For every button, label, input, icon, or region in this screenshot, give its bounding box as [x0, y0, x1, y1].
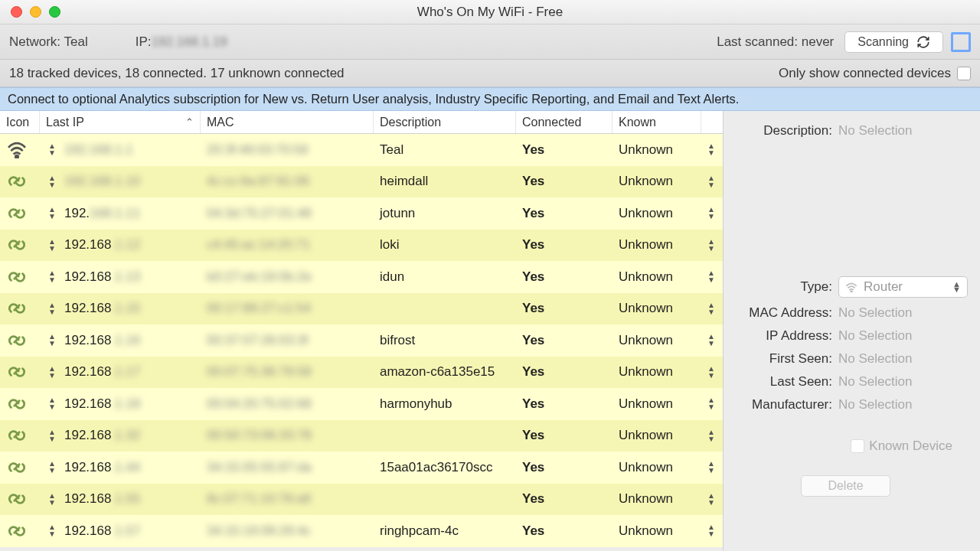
table-row[interactable]: ▲▼192.168.1.120:3f:48:03:70:58TealYesUnk…	[0, 134, 723, 166]
mac-cell: 00:07:75:36:78:58	[201, 357, 374, 389]
table-row[interactable]: ▲▼192.168.1.4434:15:05:55:87:da15aa01ac3…	[0, 452, 723, 484]
connected-cell: Yes	[516, 515, 612, 547]
stepper-icon[interactable]: ▲▼	[48, 143, 56, 156]
ip-cell: 192.168.1.13	[58, 261, 201, 293]
description-cell: ringhpcam-4c	[374, 515, 516, 547]
known-cell: Unknown	[612, 324, 701, 357]
table-row[interactable]: ▲▼192.168.1.1500:17:88:27:c1:54YesUnknow…	[0, 293, 723, 325]
column-connected[interactable]: Connected	[516, 111, 612, 133]
scan-button[interactable]: Scanning	[844, 31, 943, 53]
connected-cell: Yes	[516, 293, 612, 325]
stepper-icon[interactable]: ▲▼	[707, 461, 715, 474]
device-icon-cell	[0, 261, 40, 293]
delete-button[interactable]: Delete	[801, 475, 890, 497]
stepper-icon[interactable]: ▲▼	[48, 429, 56, 442]
connected-cell: Yes	[516, 134, 612, 166]
table-row[interactable]: ▲▼192.168.1.1700:07:75:36:78:58amazon-c6…	[0, 357, 723, 389]
mac-cell: 04:3d:75:27:01:48	[201, 197, 374, 230]
table-row[interactable]: ▲▼192.168.1.5734:15:18:09:28:4cringhpcam…	[0, 515, 723, 547]
table-row[interactable]: ▲▼192.168.1.1104:3d:75:27:01:48jotunnYes…	[0, 197, 723, 230]
table-row[interactable]: ▲▼192.168.1.12c4:45:ac:14:20:71lokiYesUn…	[0, 230, 723, 262]
column-icon[interactable]: Icon	[0, 111, 40, 133]
known-stepper[interactable]: ▲▼	[701, 134, 723, 166]
zoom-window-button[interactable]	[49, 6, 60, 18]
stepper-icon[interactable]: ▲▼	[707, 270, 715, 283]
table-row[interactable]: ▲▼192.168.1.1800:04:20:75:02:68harmonyhu…	[0, 388, 723, 420]
close-window-button[interactable]	[11, 6, 22, 18]
stepper-icon[interactable]: ▲▼	[48, 239, 56, 252]
known-stepper[interactable]: ▲▼	[701, 166, 723, 198]
stepper-icon[interactable]: ▲▼	[707, 366, 715, 379]
column-known[interactable]: Known	[612, 111, 701, 133]
known-stepper[interactable]: ▲▼	[701, 484, 723, 516]
analytics-banner[interactable]: Connect to optional Analytics subscripti…	[0, 87, 980, 111]
connected-cell: Yes	[516, 230, 612, 262]
known-stepper[interactable]: ▲▼	[701, 230, 723, 262]
stepper-icon[interactable]: ▲▼	[707, 239, 715, 252]
wifi-icon	[845, 282, 858, 292]
stepper-icon[interactable]: ▲▼	[48, 334, 56, 347]
device-icon-cell	[0, 197, 40, 230]
known-stepper[interactable]: ▲▼	[701, 261, 723, 293]
stepper-icon[interactable]: ▲▼	[48, 270, 56, 283]
column-description[interactable]: Description	[374, 111, 516, 133]
table-row[interactable]: ▲▼192.168.1.13b0:27:eb:19:0b:2eidunYesUn…	[0, 261, 723, 293]
description-cell	[374, 420, 516, 452]
known-stepper[interactable]: ▲▼	[701, 420, 723, 452]
known-cell: Unknown	[612, 388, 701, 420]
stepper-icon[interactable]: ▲▼	[707, 302, 715, 315]
table-row[interactable]: ▲▼192.168.1.1600:37:07:26:03:3fbifrostYe…	[0, 324, 723, 357]
scan-button-label: Scanning	[858, 35, 909, 49]
table-row[interactable]: ▲▼192.168.1.558c:07:71:10:78:a8YesUnknow…	[0, 484, 723, 516]
stepper-icon[interactable]: ▲▼	[707, 493, 715, 506]
ip-cell: 192.168.1.18	[58, 388, 201, 420]
device-icon-cell	[0, 388, 40, 420]
stepper-icon[interactable]: ▲▼	[48, 175, 56, 188]
manufacturer-label: Manufacturer:	[724, 397, 838, 412]
stepper-icon[interactable]: ▲▼	[707, 429, 715, 442]
known-stepper[interactable]: ▲▼	[701, 357, 723, 389]
stepper-icon[interactable]: ▲▼	[48, 207, 56, 220]
stepper-icon[interactable]: ▲▼	[48, 461, 56, 474]
column-mac[interactable]: MAC	[201, 111, 374, 133]
ip-cell: 192.168.1.11	[58, 197, 201, 230]
device-icon-cell	[0, 134, 40, 166]
stepper-icon[interactable]: ▲▼	[48, 397, 56, 410]
connected-cell: Yes	[516, 261, 612, 293]
column-last-ip[interactable]: Last IP	[40, 111, 201, 133]
table-row[interactable]: ▲▼192.168.1.104c:cc:6a:87:91:06heimdallY…	[0, 166, 723, 198]
known-device-checkbox[interactable]	[851, 439, 864, 453]
ip-address-label: IP Address:	[724, 328, 838, 344]
known-stepper[interactable]: ▲▼	[701, 293, 723, 325]
table-row[interactable]: ▲▼192.168.1.3200:50:73:06:33:78YesUnknow…	[0, 420, 723, 452]
only-connected-checkbox[interactable]	[957, 67, 971, 80]
stepper-icon[interactable]: ▲▼	[48, 366, 56, 379]
stepper-icon[interactable]: ▲▼	[707, 334, 715, 347]
stepper-icon[interactable]: ▲▼	[707, 524, 715, 537]
stepper-icon[interactable]: ▲▼	[48, 524, 56, 537]
stepper-icon[interactable]: ▲▼	[48, 302, 56, 315]
known-stepper[interactable]: ▲▼	[701, 452, 723, 484]
known-device-label: Known Device	[869, 439, 952, 454]
connected-cell: Yes	[516, 357, 612, 389]
known-cell: Unknown	[612, 230, 701, 262]
known-stepper[interactable]: ▲▼	[701, 388, 723, 420]
description-cell: harmonyhub	[374, 388, 516, 420]
stepper-icon[interactable]: ▲▼	[707, 175, 715, 188]
known-stepper[interactable]: ▲▼	[701, 324, 723, 357]
known-cell: Unknown	[612, 515, 701, 547]
stepper-icon[interactable]: ▲▼	[48, 493, 56, 506]
known-stepper[interactable]: ▲▼	[701, 197, 723, 230]
stepper-icon[interactable]: ▲▼	[707, 207, 715, 220]
ip-address-value: No Selection	[838, 328, 912, 344]
known-stepper[interactable]: ▲▼	[701, 515, 723, 547]
type-select[interactable]: Router ▲▼	[838, 276, 968, 298]
first-seen-label: First Seen:	[724, 351, 838, 367]
toolbar-focus-indicator[interactable]	[951, 32, 971, 52]
minimize-window-button[interactable]	[30, 6, 41, 18]
svg-point-1	[851, 291, 852, 292]
mac-address-value: No Selection	[838, 305, 912, 321]
stepper-icon[interactable]: ▲▼	[707, 143, 715, 156]
stepper-icon[interactable]: ▲▼	[707, 397, 715, 410]
mac-cell: 00:04:20:75:02:68	[201, 388, 374, 420]
